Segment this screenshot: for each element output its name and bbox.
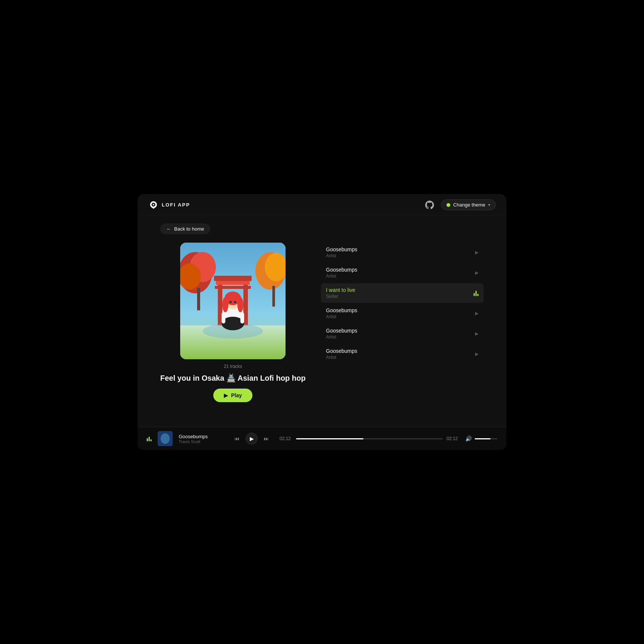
track-name-1: Goosebumps bbox=[326, 246, 357, 252]
track-info-4: Goosebumps Artist bbox=[326, 307, 357, 319]
track-name-5: Goosebumps bbox=[326, 328, 357, 334]
equalizer-icon bbox=[474, 290, 478, 296]
album-art-svg bbox=[180, 243, 286, 359]
player-controls: ⏮ ▶ ⏭ bbox=[234, 433, 269, 445]
logo-icon bbox=[148, 200, 159, 210]
skip-back-button[interactable]: ⏮ bbox=[234, 436, 240, 442]
volume-area: 🔊 bbox=[465, 436, 497, 442]
github-icon[interactable] bbox=[424, 200, 435, 210]
app-window: LOFI APP Change theme ▾ ← Back to home bbox=[138, 194, 506, 450]
app-title: LOFI APP bbox=[162, 202, 190, 208]
track-info-1: Goosebumps Artist bbox=[326, 246, 357, 258]
svg-point-21 bbox=[222, 297, 228, 312]
back-to-home-button[interactable]: ← Back to home bbox=[160, 223, 210, 234]
svg-rect-12 bbox=[214, 276, 252, 281]
theme-dot bbox=[447, 203, 450, 207]
track-item-2[interactable]: Goosebumps Artist ▶ bbox=[321, 263, 484, 283]
track-name-2: Goosebumps bbox=[326, 267, 357, 273]
theme-btn-label: Change theme bbox=[453, 202, 485, 208]
track-play-icon-1: ▶ bbox=[475, 250, 478, 255]
track-count: 21 tracks bbox=[224, 364, 242, 369]
track-item-4[interactable]: Goosebumps Artist ▶ bbox=[321, 304, 484, 323]
track-item-6[interactable]: Goosebumps Artist ▶ bbox=[321, 344, 484, 364]
play-pause-button[interactable]: ▶ bbox=[246, 433, 258, 445]
svg-point-23 bbox=[229, 301, 232, 303]
play-icon: ▶ bbox=[224, 392, 228, 398]
logo-area: LOFI APP bbox=[148, 200, 190, 210]
volume-slider[interactable] bbox=[475, 438, 497, 439]
left-panel: 21 tracks Feel you in Osaka 🏯 Asian Lofi… bbox=[160, 243, 306, 419]
track-artist-6: Artist bbox=[326, 355, 357, 360]
back-btn-label: Back to home bbox=[174, 226, 204, 232]
svg-point-24 bbox=[234, 301, 236, 303]
progress-bar[interactable] bbox=[296, 438, 443, 439]
track-info-6: Goosebumps Artist bbox=[326, 348, 357, 360]
player-bar: Goosebumps Travis Scott ⏮ ▶ ⏭ 02:12 02:1… bbox=[138, 427, 506, 450]
track-item-1[interactable]: Goosebumps Artist ▶ bbox=[321, 243, 484, 262]
track-name-6: Goosebumps bbox=[326, 348, 357, 354]
track-info-3: I want to live Skillet bbox=[326, 287, 355, 299]
player-thumbnail bbox=[158, 431, 173, 446]
track-item-5[interactable]: Goosebumps Artist ▶ bbox=[321, 324, 484, 343]
time-total: 02:12 bbox=[447, 436, 459, 441]
track-name-4: Goosebumps bbox=[326, 307, 357, 313]
track-name-3: I want to live bbox=[326, 287, 355, 293]
content-area: 21 tracks Feel you in Osaka 🏯 Asian Lofi… bbox=[160, 243, 484, 419]
chevron-down-icon: ▾ bbox=[488, 203, 490, 207]
track-artist-2: Artist bbox=[326, 273, 357, 279]
volume-fill bbox=[475, 438, 491, 439]
svg-rect-13 bbox=[216, 281, 250, 285]
track-item-3[interactable]: I want to live Skillet bbox=[321, 283, 484, 303]
track-play-icon-6: ▶ bbox=[475, 351, 478, 357]
track-play-icon-5: ▶ bbox=[475, 331, 478, 336]
track-artist-3: Skillet bbox=[326, 294, 355, 299]
track-artist-5: Artist bbox=[326, 334, 357, 340]
svg-rect-9 bbox=[272, 286, 275, 307]
track-info-5: Goosebumps Artist bbox=[326, 328, 357, 340]
track-play-icon-4: ▶ bbox=[475, 311, 478, 316]
volume-icon[interactable]: 🔊 bbox=[465, 436, 472, 442]
player-artist-name: Travis Scott bbox=[179, 439, 224, 444]
skip-forward-button[interactable]: ⏭ bbox=[264, 436, 269, 442]
progress-area: 02:12 02:12 bbox=[279, 436, 459, 441]
time-current: 02:12 bbox=[279, 436, 292, 441]
svg-rect-6 bbox=[197, 288, 200, 310]
header-right: Change theme ▾ bbox=[424, 199, 496, 210]
svg-point-0 bbox=[153, 204, 154, 205]
track-artist-4: Artist bbox=[326, 314, 357, 319]
svg-point-28 bbox=[161, 433, 170, 444]
progress-fill bbox=[296, 438, 363, 439]
change-theme-button[interactable]: Change theme ▾ bbox=[441, 199, 496, 210]
player-equalizer-icon bbox=[147, 436, 152, 441]
play-btn-label: Play bbox=[231, 392, 242, 398]
track-info-2: Goosebumps Artist bbox=[326, 267, 357, 279]
svg-point-22 bbox=[237, 297, 243, 312]
track-list: Goosebumps Artist ▶ Goosebumps Artist ▶ … bbox=[321, 243, 484, 419]
svg-rect-26 bbox=[240, 312, 244, 324]
album-art bbox=[180, 243, 286, 359]
svg-rect-14 bbox=[215, 286, 251, 289]
main-content: ← Back to home bbox=[138, 216, 506, 427]
play-button[interactable]: ▶ Play bbox=[213, 389, 252, 402]
svg-rect-25 bbox=[222, 312, 225, 324]
track-play-icon-2: ▶ bbox=[475, 270, 478, 275]
track-artist-1: Artist bbox=[326, 253, 357, 258]
player-track-name: Goosebumps bbox=[179, 434, 224, 439]
header: LOFI APP Change theme ▾ bbox=[138, 194, 506, 216]
back-arrow-icon: ← bbox=[166, 226, 171, 232]
player-track-info: Goosebumps Travis Scott bbox=[179, 434, 224, 444]
playlist-title: Feel you in Osaka 🏯 Asian Lofi hop hop bbox=[160, 374, 306, 383]
